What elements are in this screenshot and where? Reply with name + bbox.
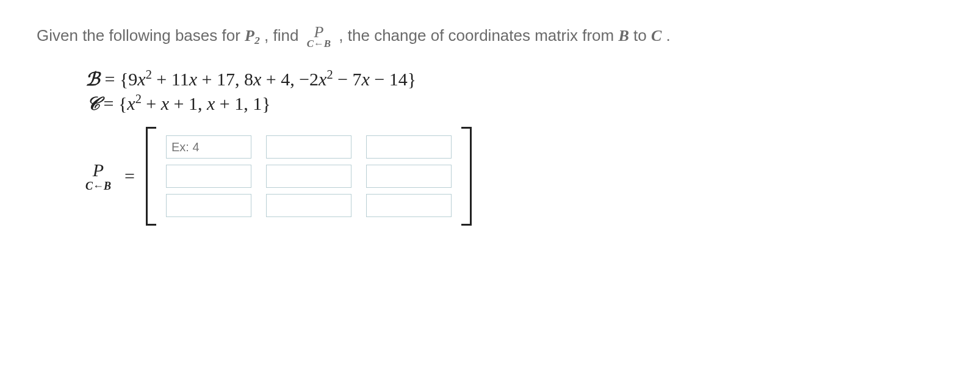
basis-C: 𝒞 = {x2 + x + 1, x + 1, 1}	[85, 92, 943, 115]
matrix-cell-2-0[interactable]	[166, 194, 251, 217]
symbol-B: B	[618, 27, 629, 45]
q-t1: Given the following bases for	[37, 26, 245, 45]
matrix-cell-0-2[interactable]	[366, 135, 452, 159]
q-t5: .	[666, 26, 671, 45]
matrix-grid	[156, 127, 461, 226]
symbol-P2: P2	[245, 27, 260, 45]
matrix-cell-0-1[interactable]	[266, 135, 351, 159]
bases-block: ℬ = {9x2 + 11x + 17, 8x + 4, −2x2 − 7x −…	[85, 68, 943, 115]
basis-B: ℬ = {9x2 + 11x + 17, 8x + 4, −2x2 − 7x −…	[85, 68, 943, 90]
matrix-cell-1-2[interactable]	[366, 165, 452, 188]
matrix-cell-2-1[interactable]	[266, 194, 351, 217]
q-t3: , the change of coordinates matrix from	[339, 26, 618, 45]
symbol-C: C	[651, 27, 661, 45]
equals-sign: =	[124, 166, 135, 187]
question-text: Given the following bases for P2 , find …	[37, 24, 943, 49]
matrix-cell-0-0[interactable]	[166, 135, 251, 159]
matrix-area: P C←B =	[85, 127, 943, 226]
matrix-label: P C←B	[85, 161, 111, 191]
bracket-right	[461, 127, 472, 226]
matrix-bracket	[146, 127, 472, 226]
matrix-cell-1-1[interactable]	[266, 165, 351, 188]
symbol-P-CB: P C←B	[307, 24, 331, 49]
bracket-left	[146, 127, 156, 226]
q-t2: , find	[264, 26, 303, 45]
matrix-cell-1-0[interactable]	[166, 165, 251, 188]
matrix-cell-2-2[interactable]	[366, 194, 452, 217]
q-t4: to	[633, 26, 651, 45]
